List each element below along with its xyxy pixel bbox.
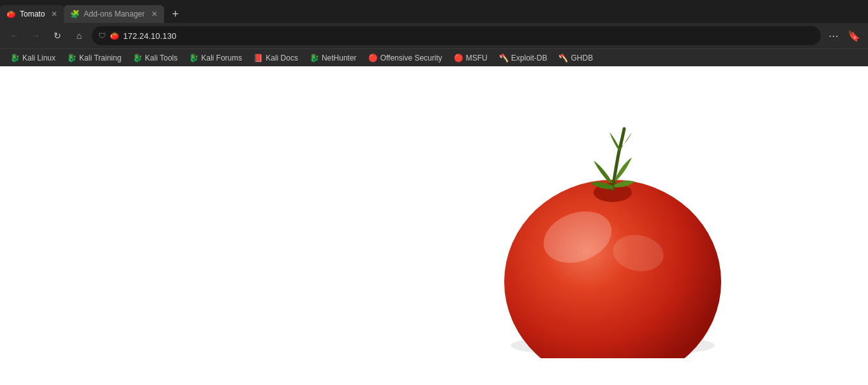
bookmark-exploit-db[interactable]: 🪓 Exploit-DB — [494, 52, 553, 64]
bookmark-nethunter-icon: 🐉 — [310, 54, 319, 62]
bookmarks-bar: 🐉 Kali Linux 🐉 Kali Training 🐉 Kali Tool… — [0, 48, 868, 66]
nav-bar: ← → ↻ ⌂ 🛡 🍅 172.24.10.130 ⋯ 🔖 — [0, 23, 868, 48]
bookmark-offensive-security-label: Offensive Security — [380, 54, 442, 62]
menu-dots-icon: ⋯ — [828, 30, 839, 42]
tomato-svg — [485, 91, 740, 358]
forward-button[interactable]: → — [27, 27, 45, 45]
address-text: 172.24.10.130 — [123, 31, 814, 41]
address-bar[interactable]: 🛡 🍅 172.24.10.130 — [92, 26, 821, 45]
bookmark-kali-linux-label: Kali Linux — [22, 54, 56, 62]
bookmark-kali-training-icon: 🐉 — [67, 54, 77, 62]
bookmark-nethunter[interactable]: 🐉 NetHunter — [304, 52, 362, 64]
bookmark-exploit-db-label: Exploit-DB — [511, 54, 548, 62]
bookmark-kali-docs[interactable]: 📕 Kali Docs — [248, 52, 303, 64]
bookmark-kali-tools[interactable]: 🐉 Kali Tools — [128, 52, 183, 64]
bookmark-kali-linux[interactable]: 🐉 Kali Linux — [5, 52, 61, 64]
svg-point-1 — [504, 180, 721, 358]
bookmark-ghdb[interactable]: 🪓 GHDB — [553, 52, 598, 64]
page-content — [0, 66, 868, 385]
bookmark-kali-linux-icon: 🐉 — [10, 54, 20, 62]
bookmark-kali-docs-icon: 📕 — [253, 54, 263, 62]
bookmark-msfu[interactable]: 🔴 MSFU — [449, 52, 493, 64]
security-icon: 🛡 — [98, 31, 106, 40]
bookmark-kali-forums-label: Kali Forums — [201, 54, 242, 62]
tab-tomato-label: Tomato — [20, 10, 45, 18]
menu-button[interactable]: ⋯ — [825, 27, 842, 45]
tab-bar: 🍅 Tomato ✕ 🧩 Add-ons Manager ✕ + — [0, 0, 868, 23]
bookmark-offensive-security[interactable]: 🔴 Offensive Security — [363, 52, 447, 64]
tomato-stem — [590, 129, 635, 189]
tab-tomato-favicon: 🍅 — [6, 10, 16, 18]
bookmark-kali-forums-icon: 🐉 — [189, 54, 198, 62]
tab-addons-favicon: 🧩 — [70, 10, 80, 18]
tab-addons-close[interactable]: ✕ — [151, 10, 158, 18]
browser-chrome: 🍅 Tomato ✕ 🧩 Add-ons Manager ✕ + ← → ↻ ⌂… — [0, 0, 868, 66]
bookmark-ghdb-label: GHDB — [571, 54, 593, 62]
bookmark-kali-forums[interactable]: 🐉 Kali Forums — [184, 52, 247, 64]
tab-tomato-close[interactable]: ✕ — [51, 10, 57, 18]
address-favicon: 🍅 — [110, 31, 119, 40]
bookmark-kali-training-label: Kali Training — [79, 54, 121, 62]
extension-icon: 🔖 — [848, 30, 860, 42]
bookmark-kali-tools-icon: 🐉 — [133, 54, 142, 62]
bookmark-kali-training[interactable]: 🐉 Kali Training — [62, 52, 126, 64]
home-button[interactable]: ⌂ — [70, 27, 88, 45]
bookmark-ghdb-icon: 🪓 — [558, 54, 568, 62]
bookmark-msfu-icon: 🔴 — [454, 54, 463, 62]
reload-button[interactable]: ↻ — [49, 27, 66, 45]
bookmark-offensive-security-icon: 🔴 — [368, 54, 378, 62]
nav-right: ⋯ 🔖 — [825, 27, 863, 45]
extension-button[interactable]: 🔖 — [845, 27, 863, 45]
tab-tomato[interactable]: 🍅 Tomato ✕ — [0, 5, 64, 23]
tab-addons-label: Add-ons Manager — [84, 10, 144, 18]
bookmark-exploit-db-icon: 🪓 — [499, 54, 509, 62]
bookmark-nethunter-label: NetHunter — [322, 54, 357, 62]
tab-addons[interactable]: 🧩 Add-ons Manager ✕ — [64, 5, 163, 23]
back-button[interactable]: ← — [5, 27, 23, 45]
tomato-image — [485, 91, 740, 361]
bookmark-kali-docs-label: Kali Docs — [266, 54, 298, 62]
bookmark-msfu-label: MSFU — [466, 54, 488, 62]
new-tab-button[interactable]: + — [167, 5, 184, 23]
bookmark-kali-tools-label: Kali Tools — [145, 54, 177, 62]
